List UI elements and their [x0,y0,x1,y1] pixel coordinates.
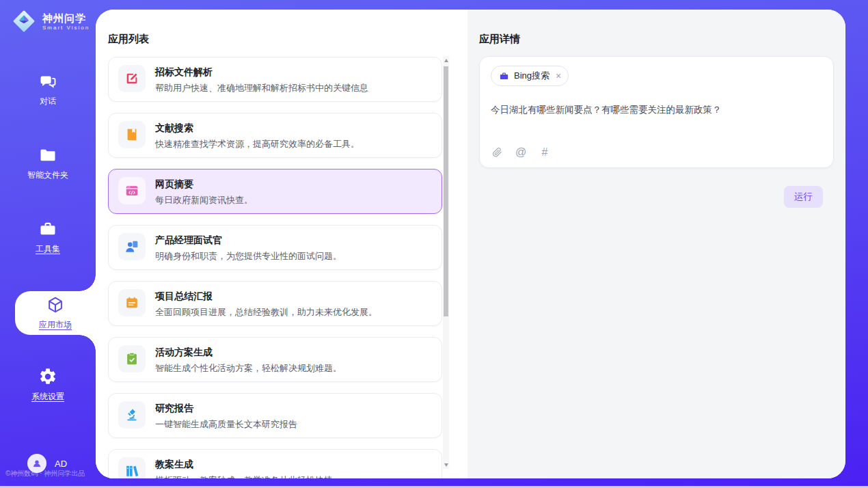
sidebar-item-label: 应用市场 [39,319,72,331]
sidebar-item-label: 智能文件夹 [27,170,68,181]
microscope-icon [118,401,146,429]
sidebar-footer: ©神州数码 · 神州问学出品 [5,469,85,478]
mention-icon[interactable]: @ [515,146,527,159]
app-detail-panel: 应用详情 Bing搜索 × 今日湖北有哪些新闻要点？有哪些需要关注的最新政策？ … [467,10,845,478]
sidebar-item-label: 工具集 [36,243,60,255]
cube-icon [46,295,65,314]
tool-tag-bing-search[interactable]: Bing搜索 × [491,66,569,86]
sidebar-item-toolset[interactable]: 工具集 [0,217,96,257]
sidebar-item-settings[interactable]: 系统设置 [0,365,96,405]
book-icon [118,121,146,148]
app-card-description: 智能生成个性化活动方案，轻松解决规划难题。 [155,362,342,374]
sidebar-nav: 对话 智能文件夹 工具集 应用市场 系统设置 [0,70,96,405]
calendar-icon [118,289,146,316]
app-list-title: 应用列表 [108,33,149,46]
app-card-title: 教案生成 [155,459,333,471]
sidebar-item-app-market[interactable]: 应用市场 [15,291,96,335]
app-card-title: 研究报告 [155,403,297,415]
attachment-icon[interactable] [491,146,503,159]
diamond-logo-icon [11,8,37,34]
user-icon [31,458,42,469]
app-card-description: 每日政府新闻资讯快查。 [155,194,253,206]
sidebar-item-label: 对话 [40,96,56,107]
browser-icon [118,177,146,204]
app-card-web-summary[interactable]: 网页摘要 每日政府新闻资讯快查。 [108,169,442,214]
clipboard-check-icon [118,345,146,372]
app-card-title: 招标文件解析 [155,66,368,79]
scrollbar-thumb[interactable] [444,66,448,316]
run-button[interactable]: 运行 [784,186,823,208]
app-card-project-summary[interactable]: 项目总结汇报 全面回顾项目进展，总结经验教训，助力未来优化发展。 [108,281,442,326]
app-card-title: 文献搜索 [155,122,360,135]
folder-icon [38,146,57,165]
app-card-title: 活动方案生成 [155,347,342,359]
brand-logo: 神州问学 Smart Vision [0,0,96,34]
toolbox-icon [38,219,57,239]
app-card-description: 模板驱动，教案秒成，教学准备从此轻松快捷 [155,474,333,478]
briefcase-icon [499,71,509,81]
brand-subtitle: Smart Vision [42,25,90,31]
app-card-research-report[interactable]: 研究报告 一键智能生成高质量长文本研究报告 [108,393,442,438]
app-card-description: 全面回顾项目进展，总结经验教训，助力未来优化发展。 [155,306,377,318]
gear-icon [38,367,57,386]
user-initials: AD [55,459,67,469]
app-card-literature-search[interactable]: 文献搜索 快速精准查找学术资源，提高研究效率的必备工具。 [108,113,442,158]
pen-square-icon [118,65,146,92]
brand-title: 神州问学 [42,12,90,25]
run-row: 运行 [784,186,823,208]
sidebar-item-label: 系统设置 [31,391,64,403]
app-card-description: 明确身份和职责，为您提供专业性的面试问题。 [155,250,342,262]
sidebar-item-smart-folders[interactable]: 智能文件夹 [0,144,96,183]
app-card-description: 一键智能生成高质量长文本研究报告 [155,418,297,430]
books-icon [118,457,146,478]
app-list: 招标文件解析 帮助用户快速、准确地理解和解析招标书中的关键信息 文献搜索 快速精… [108,57,442,478]
app-card-description: 帮助用户快速、准确地理解和解析招标书中的关键信息 [155,82,368,94]
composer-toolbar: @# [491,146,551,159]
app-card-lesson-plan[interactable]: 教案生成 模板驱动，教案秒成，教学准备从此轻松快捷 [108,449,442,478]
hash-icon[interactable]: # [539,146,551,159]
scrollbar-up-arrow[interactable] [443,56,449,64]
close-icon[interactable]: × [556,71,561,81]
app-list-panel: 应用列表 招标文件解析 帮助用户快速、准确地理解和解析招标书中的关键信息 文献搜… [96,10,467,478]
sidebar: 神州问学 Smart Vision 对话 智能文件夹 工具集 应用市场 系统设置… [0,0,96,488]
main-content: 应用列表 招标文件解析 帮助用户快速、准确地理解和解析招标书中的关键信息 文献搜… [96,10,845,478]
app-card-title: 网页摘要 [155,178,253,191]
scrollbar[interactable] [443,56,449,469]
tool-tag-label: Bing搜索 [514,70,550,82]
chat-icon [38,72,57,91]
composer-card: Bing搜索 × 今日湖北有哪些新闻要点？有哪些需要关注的最新政策？ @# [479,56,834,168]
app-card-bid-analysis[interactable]: 招标文件解析 帮助用户快速、准确地理解和解析招标书中的关键信息 [108,57,442,102]
app-detail-title: 应用详情 [479,33,520,46]
query-input[interactable]: 今日湖北有哪些新闻要点？有哪些需要关注的最新政策？ [491,103,822,131]
sidebar-item-chat[interactable]: 对话 [0,70,96,109]
app-card-description: 快速精准查找学术资源，提高研究效率的必备工具。 [155,138,360,150]
app-card-title: 产品经理面试官 [155,234,342,247]
scrollbar-down-arrow[interactable] [443,461,449,469]
app-card-event-plan[interactable]: 活动方案生成 智能生成个性化活动方案，轻松解决规划难题。 [108,337,442,382]
person-doc-icon [118,233,146,260]
app-card-title: 项目总结汇报 [155,290,377,303]
app-card-pm-interviewer[interactable]: 产品经理面试官 明确身份和职责，为您提供专业性的面试问题。 [108,225,442,270]
